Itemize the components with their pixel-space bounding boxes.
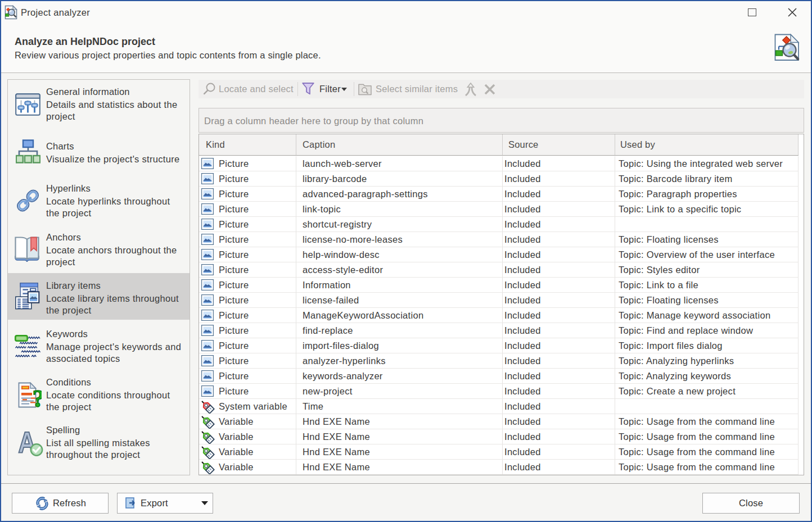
svg-text:?: ? <box>32 385 42 409</box>
